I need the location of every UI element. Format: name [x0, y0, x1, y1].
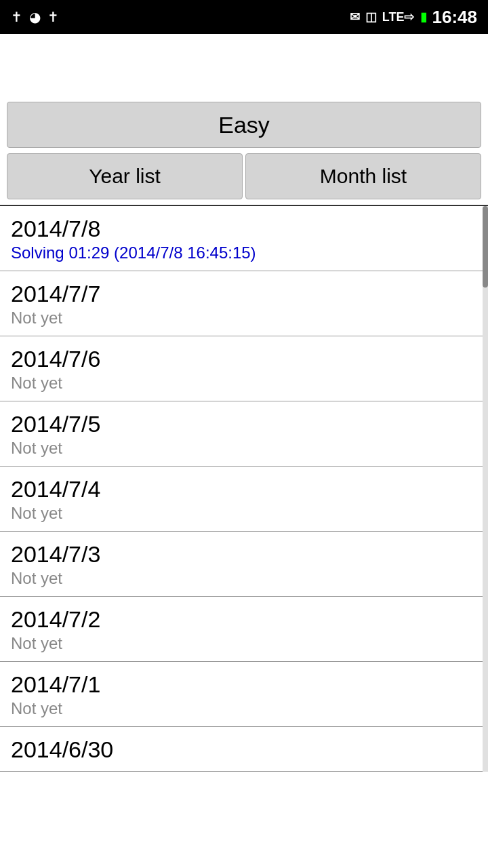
- scrollbar-thumb: [483, 206, 488, 288]
- bug-icon: ◕: [29, 9, 41, 25]
- list-item-date: 2014/7/4: [11, 476, 477, 502]
- list-item-status: Not yet: [11, 439, 477, 458]
- signal-icon: LTE⇨: [382, 9, 415, 24]
- main-content: Easy Year list Month list 2014/7/8Solvin…: [0, 34, 488, 772]
- list-item-status: Solving 01:29 (2014/7/8 16:45:15): [11, 243, 477, 262]
- list-item-date: 2014/7/7: [11, 281, 477, 307]
- list-item[interactable]: 2014/7/6Not yet: [0, 336, 488, 401]
- list-item-status: Not yet: [11, 699, 477, 718]
- list-item-status: Not yet: [11, 634, 477, 653]
- list-item[interactable]: 2014/7/8Solving 01:29 (2014/7/8 16:45:15…: [0, 206, 488, 271]
- list-item-date: 2014/7/8: [11, 216, 477, 242]
- list-item-status: Not yet: [11, 374, 477, 393]
- usb-icon-1: ✝: [11, 9, 22, 25]
- list-item[interactable]: 2014/7/5Not yet: [0, 401, 488, 467]
- list-item[interactable]: 2014/7/4Not yet: [0, 467, 488, 532]
- scrollbar-track: [483, 206, 488, 772]
- status-time: 16:48: [432, 7, 478, 28]
- email-icon: ✉: [350, 9, 360, 24]
- list-item[interactable]: 2014/6/30: [0, 727, 488, 772]
- list-area[interactable]: 2014/7/8Solving 01:29 (2014/7/8 16:45:15…: [0, 206, 488, 772]
- list-item-status: Not yet: [11, 569, 477, 588]
- status-left-icons: ✝ ◕ ✝: [11, 9, 59, 25]
- status-right-icons: ✉ ◫ LTE⇨ ▮ 16:48: [350, 7, 477, 28]
- sim-icon: ◫: [365, 9, 377, 24]
- list-wrapper: 2014/7/8Solving 01:29 (2014/7/8 16:45:15…: [0, 206, 488, 772]
- easy-button-container: Easy: [7, 102, 481, 148]
- status-bar: ✝ ◕ ✝ ✉ ◫ LTE⇨ ▮ 16:48: [0, 0, 488, 34]
- month-list-button[interactable]: Month list: [245, 153, 481, 199]
- usb-icon-2: ✝: [47, 9, 59, 25]
- easy-button[interactable]: Easy: [7, 102, 481, 148]
- list-item-status: Not yet: [11, 504, 477, 523]
- year-list-button[interactable]: Year list: [7, 153, 243, 199]
- list-item-date: 2014/7/6: [11, 346, 477, 372]
- list-item-date: 2014/7/5: [11, 411, 477, 437]
- list-item-date: 2014/7/2: [11, 606, 477, 633]
- list-item[interactable]: 2014/7/3Not yet: [0, 532, 488, 597]
- list-item-date: 2014/7/3: [11, 541, 477, 568]
- list-item[interactable]: 2014/7/2Not yet: [0, 597, 488, 662]
- list-item[interactable]: 2014/7/7Not yet: [0, 271, 488, 336]
- list-buttons: Year list Month list: [7, 153, 481, 199]
- list-item[interactable]: 2014/7/1Not yet: [0, 662, 488, 727]
- list-item-date: 2014/6/30: [11, 736, 477, 763]
- list-item-date: 2014/7/1: [11, 671, 477, 698]
- battery-icon: ▮: [420, 9, 427, 24]
- list-item-status: Not yet: [11, 309, 477, 328]
